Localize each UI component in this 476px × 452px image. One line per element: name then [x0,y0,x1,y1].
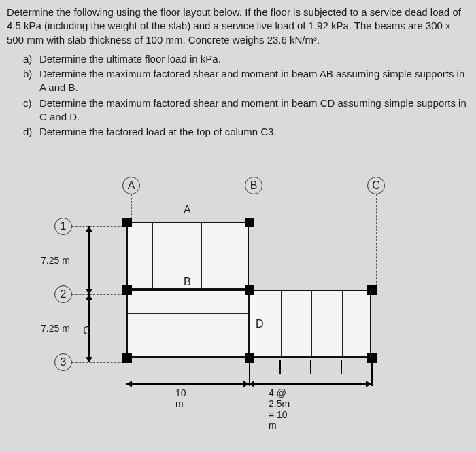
dim-4at2-5m: 4 @ 2.5m = 10 m [269,387,290,431]
tick [341,360,342,374]
beam-a-label: A [184,204,191,216]
grid-row-2: 2 [54,285,72,303]
q-text: Determine the ultimate floor load in kPa… [39,52,469,66]
dim-7-25-lower: 7.25 m [41,323,70,334]
joist [177,223,177,288]
q-text: Determine the maximum factored shear and… [39,97,469,124]
column-a2 [122,285,132,295]
grid-line [131,194,132,219]
grid-col-a: A [122,177,140,194]
grid-col-b: B [245,177,262,194]
grid-col-c: C [367,177,385,194]
joist [311,291,312,356]
question-list: a) Determine the ultimate floor load in … [23,52,469,139]
question-d: d) Determine the factored load at the to… [23,125,469,139]
question-a: a) Determine the ultimate floor load in … [23,52,469,66]
q-label: b) [23,67,39,95]
grid-line [72,226,126,227]
dim-arrow [86,289,92,294]
tick [279,360,281,374]
joist [128,336,248,336]
column-b2 [245,285,254,295]
dim-line [126,383,249,385]
grid-line [376,194,377,286]
dim-10m-left: 10 m [175,387,186,409]
q-text: Determine the maximum factored shear and… [39,67,469,95]
joist [128,313,248,314]
q-label: d) [23,125,39,139]
joist [281,291,282,356]
tick [371,360,373,386]
column-c2 [367,285,377,295]
question-b: b) Determine the maximum factored shear … [23,67,469,95]
grid-line [72,294,126,295]
dim-arrow [86,357,92,362]
point-d-label: D [256,318,264,330]
dim-7-25-upper: 7.25 m [41,255,70,266]
q-label: c) [23,97,39,124]
joist [201,223,202,288]
tick [310,360,311,374]
q-label: a) [23,52,39,66]
beam-b-label: B [184,276,191,288]
dim-arrow [243,381,249,387]
grid-row-1: 1 [54,218,72,235]
bay-a2-b3 [126,290,249,358]
floor-layout-diagram: A B C 1 2 3 7.25 m 7.25 m C [41,177,449,449]
dim-line [249,383,371,385]
grid-line [72,362,126,363]
column-a1 [122,218,132,227]
question-c: c) Determine the maximum factored shear … [23,97,469,124]
column-a3 [122,353,132,363]
column-b1 [245,218,254,227]
dim-line [88,226,90,294]
grid-line [254,194,254,219]
joist [226,223,226,288]
problem-intro: Determine the following using the floor … [7,5,469,47]
q-text: Determine the factored load at the top o… [39,125,469,139]
grid-row-3: 3 [54,353,72,371]
joist [152,223,153,288]
point-c-label: C [83,325,91,337]
tick [249,360,250,386]
joist [342,291,343,356]
bay-b2-c3 [249,290,371,358]
dim-arrow [366,381,371,387]
